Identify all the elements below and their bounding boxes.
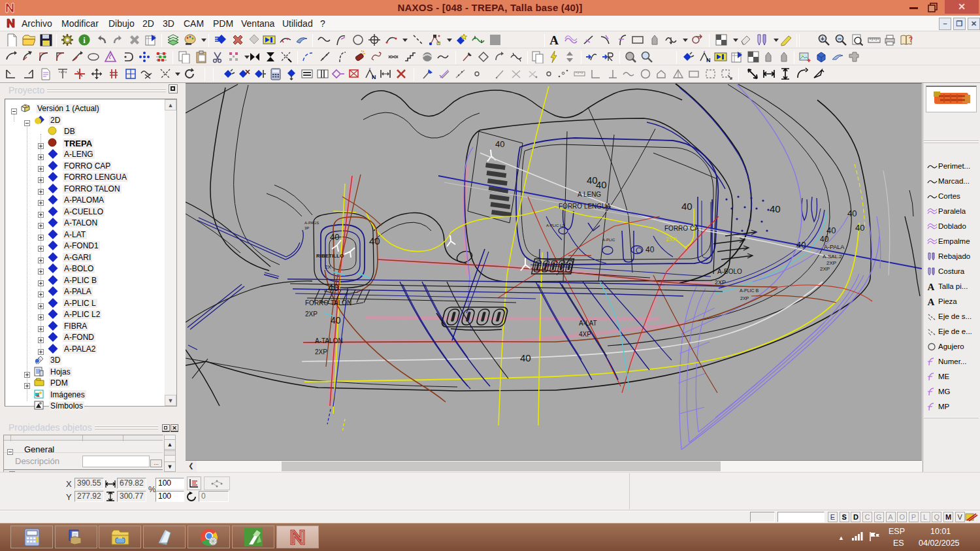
svg-text:FORRO CA: FORRO CA	[664, 225, 699, 232]
svg-text:2XP: 2XP	[740, 296, 749, 301]
svg-text:A: A	[928, 282, 935, 291]
svg-text:+: +	[821, 35, 825, 42]
svg-text:A-PLIC L2: A-PLIC L2	[546, 224, 564, 227]
svg-text:40: 40	[328, 282, 339, 293]
svg-text:40: 40	[681, 201, 693, 212]
svg-text:FORRO LENGUA: FORRO LENGUA	[559, 203, 611, 210]
svg-text:–: –	[838, 35, 841, 42]
svg-text:RIBETILLO: RIBETILLO	[316, 253, 344, 259]
svg-text:40: 40	[495, 139, 504, 149]
svg-text:3P: 3P	[304, 226, 309, 230]
svg-text:2XP: 2XP	[305, 310, 318, 318]
svg-text:A-LAT: A-LAT	[579, 320, 597, 327]
svg-text:A-TALON: A-TALON	[315, 337, 343, 344]
svg-text:40: 40	[331, 315, 341, 326]
svg-text:N: N	[372, 74, 376, 80]
svg-text:A-PALA: A-PALA	[824, 244, 844, 250]
svg-text:2XP: 2XP	[666, 236, 677, 242]
svg-text:A: A	[928, 297, 935, 306]
svg-text:4XP: 4XP	[579, 331, 591, 338]
svg-text:40: 40	[645, 245, 655, 254]
svg-text:A LENG: A LENG	[578, 191, 601, 198]
svg-text:2XP: 2XP	[315, 348, 327, 356]
svg-text:A-SAL.2: A-SAL.2	[823, 254, 842, 259]
svg-text:2X: 2X	[325, 264, 331, 270]
svg-text:40: 40	[596, 179, 607, 190]
svg-text:40: 40	[847, 209, 857, 218]
svg-text:A-BOLO: A-BOLO	[717, 268, 742, 275]
svg-text:40: 40	[330, 232, 339, 242]
svg-text:FORRO TALON: FORRO TALON	[305, 299, 351, 307]
svg-text:A-PLIC B: A-PLIC B	[740, 288, 759, 293]
svg-text:i: i	[83, 35, 86, 45]
svg-text:40: 40	[820, 235, 829, 244]
svg-text:A-PAGS: A-PAGS	[304, 221, 319, 225]
svg-text:A-PLIC: A-PLIC	[602, 238, 615, 242]
svg-text:40: 40	[369, 235, 380, 246]
svg-text:A: A	[549, 33, 559, 46]
svg-text:40: 40	[770, 203, 781, 214]
svg-text:40: 40	[855, 223, 864, 233]
svg-text:40: 40	[796, 240, 806, 250]
svg-text:2XP: 2XP	[826, 260, 836, 266]
svg-text:?: ?	[909, 36, 913, 43]
svg-text:40: 40	[520, 352, 531, 363]
svg-text:2XP: 2XP	[715, 279, 726, 286]
svg-text:N: N	[706, 57, 711, 63]
svg-text:2XP: 2XP	[820, 266, 830, 272]
svg-text:40: 40	[826, 225, 836, 235]
